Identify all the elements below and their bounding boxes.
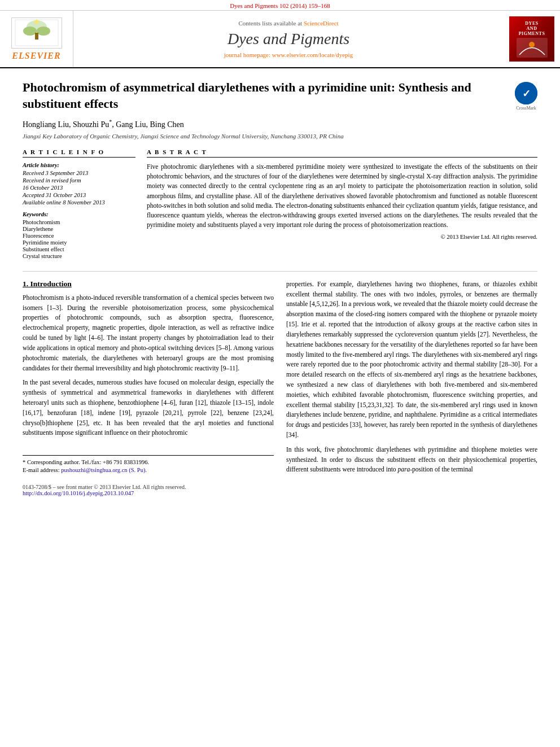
history-online: Available online 8 November 2013 xyxy=(23,199,135,206)
keyword-2: Diarylethene xyxy=(23,226,135,232)
logo-line-2: AND xyxy=(527,26,537,31)
history-revised-date: 16 October 2013 xyxy=(23,185,135,191)
history-label: Article history: xyxy=(23,162,135,168)
main-content: ✓ CrossMark Photochromism of asymmetrica… xyxy=(0,68,560,508)
corresponding-author: * Corresponding author. Tel./fax: +86 79… xyxy=(23,459,274,465)
email-address[interactable]: pushouzhi@tsinghua.org.cn (S. Pu). xyxy=(61,467,147,473)
logo-line-3: PIGMENTS xyxy=(519,31,545,36)
corresponding-label: * Corresponding author. Tel./fax: +86 79… xyxy=(23,459,149,465)
journal-header: ELSEVIER Contents lists available at Sci… xyxy=(0,11,560,68)
body-content: 1. Introduction Photochromism is a photo… xyxy=(23,279,537,496)
body-right-column: properties. For example, diarylethenes h… xyxy=(286,279,537,496)
journal-ref-text: Dyes and Pigments 102 (2014) 159–168 xyxy=(230,2,330,9)
email-label: E-mail address: xyxy=(23,467,60,473)
journal-logo-box: DYES AND PIGMENTS xyxy=(509,16,554,62)
copyright-line: © 2013 Elsevier Ltd. All rights reserved… xyxy=(147,234,537,240)
affiliation: Jiangxi Key Laboratory of Organic Chemis… xyxy=(23,133,537,139)
authors: Hongliang Liu, Shouzhi Pu*, Gang Liu, Bi… xyxy=(23,119,537,129)
article-history: Article history: Received 3 September 20… xyxy=(23,162,135,206)
sciencedirect-line: Contents lists available at ScienceDirec… xyxy=(238,20,338,27)
intro-paragraph-2: In the past several decades, numerous st… xyxy=(23,378,274,438)
intro-section-title: 1. Introduction xyxy=(23,279,274,289)
keywords-section: Keywords: Photochromism Diarylethene Flu… xyxy=(23,211,135,259)
svg-rect-4 xyxy=(35,33,38,40)
right-paragraph-1: properties. For example, diarylethenes h… xyxy=(286,279,537,440)
body-left-column: 1. Introduction Photochromism is a photo… xyxy=(23,279,274,496)
sciencedirect-link[interactable]: ScienceDirect xyxy=(304,20,339,27)
authors-text: Hongliang Liu, Shouzhi Pu*, Gang Liu, Bi… xyxy=(23,120,184,129)
right-paragraph-2: In this work, five photochromic diarylet… xyxy=(286,445,537,475)
elsevier-logo-image xyxy=(11,18,62,49)
elsevier-logo-section: ELSEVIER xyxy=(0,11,73,67)
logo-line-1: DYES xyxy=(525,21,538,26)
svg-point-2 xyxy=(23,27,37,36)
history-revised-label: Received in revised form xyxy=(23,177,135,184)
history-accepted: Accepted 31 October 2013 xyxy=(23,192,135,198)
elsevier-name: ELSEVIER xyxy=(12,51,60,61)
svg-text:✓: ✓ xyxy=(522,88,531,99)
homepage-link[interactable]: journal homepage: www.elsevier.com/locat… xyxy=(224,51,353,58)
journal-logo-section: DYES AND PIGMENTS xyxy=(504,11,560,67)
crossmark-icon: ✓ xyxy=(515,82,537,104)
abstract-text: Five photochromic diarylethenes with a s… xyxy=(147,162,537,230)
journal-reference-bar: Dyes and Pigments 102 (2014) 159–168 xyxy=(0,0,560,11)
doi-line[interactable]: http://dx.doi.org/10.1016/j.dyepig.2013.… xyxy=(23,490,274,496)
keyword-5: Substituent effect xyxy=(23,246,135,252)
keywords-label: Keywords: xyxy=(23,211,135,217)
abstract-section: A B S T R A C T Five photochromic diaryl… xyxy=(147,148,537,260)
section-divider xyxy=(23,271,537,272)
article-info-abstract: A R T I C L E I N F O Article history: R… xyxy=(23,148,537,260)
elsevier-logo: ELSEVIER xyxy=(11,18,62,61)
svg-point-8 xyxy=(529,42,535,47)
article-title: Photochromism of asymmetrical diarylethe… xyxy=(23,80,537,112)
footnote-area: * Corresponding author. Tel./fax: +86 79… xyxy=(23,455,274,496)
keyword-1: Photochromism xyxy=(23,219,135,225)
intro-paragraph-1: Photochromism is a photo-induced reversi… xyxy=(23,293,274,374)
article-info-title: A R T I C L E I N F O xyxy=(23,148,135,158)
keyword-3: Fluorescence xyxy=(23,233,135,239)
email-line: E-mail address: pushouzhi@tsinghua.org.c… xyxy=(23,467,274,473)
svg-point-3 xyxy=(37,27,50,36)
journal-info-center: Contents lists available at ScienceDirec… xyxy=(73,11,504,67)
abstract-title: A B S T R A C T xyxy=(147,148,537,158)
issn-line: 0143-7208/$ – see front matter © 2013 El… xyxy=(23,484,274,490)
keyword-6: Crystal structure xyxy=(23,253,135,259)
keyword-4: Pyrimidine moiety xyxy=(23,239,135,246)
history-received: Received 3 September 2013 xyxy=(23,170,135,176)
contents-text: Contents lists available at xyxy=(238,20,302,27)
svg-point-5 xyxy=(34,20,39,24)
article-info-section: A R T I C L E I N F O Article history: R… xyxy=(23,148,135,260)
journal-title: Dyes and Pigments xyxy=(228,30,349,48)
journal-homepage: journal homepage: www.elsevier.com/locat… xyxy=(224,51,353,58)
crossmark-label: CrossMark xyxy=(515,106,537,111)
